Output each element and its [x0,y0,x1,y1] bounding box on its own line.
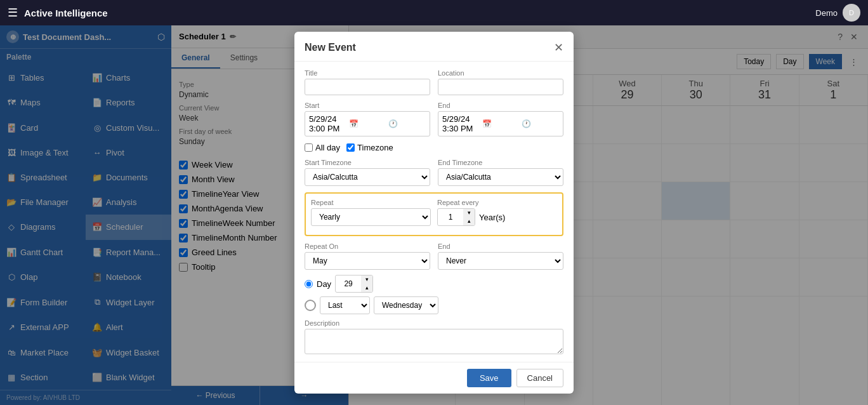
allday-timezone-row: All day Timezone [305,143,563,152]
modal-overlay: New Event ✕ Title Location Start [0,25,868,405]
repeat-group: Repeat Never Daily Weekly Monthly Yearly [311,199,431,226]
start-datetime[interactable]: 5/29/24 3:00 PM 📅 🕐 [305,111,430,136]
location-label: Location [438,69,563,77]
avatar: D [843,4,860,22]
repeat-every-label: Repeat every [437,199,557,206]
start-label: Start [305,102,430,109]
day-input-field[interactable] [336,276,361,291]
start-group: Start 5/29/24 3:00 PM 📅 🕐 [305,102,430,136]
modal-body: Title Location Start 5/29/24 3:00 PM 📅 🕐 [294,62,574,362]
cancel-button[interactable]: Cancel [516,369,563,387]
occurrence-day-select[interactable]: SundayMondayTuesday WednesdayThursdayFri… [374,296,438,314]
modal-title: New Event [305,42,356,53]
end-group2: End Never After On date [438,242,563,270]
start-tz-select[interactable]: Asia/Calcutta [305,168,430,186]
title-location-row: Title Location [305,69,563,95]
repeat-on-group: Repeat On JanuaryFebruaryMarchApril MayJ… [305,242,430,270]
repeat-select[interactable]: Never Daily Weekly Monthly Yearly [311,208,431,226]
title-label: Title [305,69,430,77]
day-spinner-down[interactable]: ▾ [361,276,372,284]
user-name: Demo [815,8,838,18]
modal-close-button[interactable]: ✕ [554,41,563,55]
day-input-group: ▾ ▴ [335,275,373,293]
repeat-on-month-select[interactable]: JanuaryFebruaryMarchApril MayJuneJulyAug… [305,252,430,270]
year-s-label: Year(s) [479,213,505,222]
timezone-checkbox[interactable] [346,143,355,152]
start-value: 5/29/24 3:00 PM [309,114,346,133]
location-group: Location [438,69,563,95]
repeat-row: Repeat Never Daily Weekly Monthly Yearly… [311,199,557,226]
allday-text: All day [315,143,340,152]
end-tz-label: End Timezone [438,159,563,166]
save-button[interactable]: Save [467,369,511,387]
end-clock-icon[interactable]: 🕐 [522,119,559,128]
description-label: Description [305,319,563,327]
end-select[interactable]: Never After On date [438,252,563,270]
start-end-row: Start 5/29/24 3:00 PM 📅 🕐 End 5/29/24 3:… [305,102,563,136]
end-value: 5/29/24 3:30 PM [442,114,480,133]
timezone-text: Timezone [357,143,393,152]
day-spinner-up[interactable]: ▴ [361,284,372,292]
day-radio-row: Day ▾ ▴ [305,275,563,293]
allday-label[interactable]: All day [305,143,340,152]
tz-row: Start Timezone Asia/Calcutta End Timezon… [305,159,563,186]
timezone-label[interactable]: Timezone [346,143,393,152]
number-input: ▾ ▴ [437,208,475,226]
occurrence-select-group: FirstSecondThirdFourth Last SundayMonday… [320,296,438,314]
end-calendar-icon[interactable]: 📅 [482,119,520,128]
hamburger-icon[interactable]: ☰ [8,6,18,20]
occurrence-position-select[interactable]: FirstSecondThirdFourth Last [320,296,370,314]
title-group: Title [305,69,430,95]
spinner-up[interactable]: ▴ [463,217,475,225]
occurrence-radio-row: FirstSecondThirdFourth Last SundayMonday… [305,296,563,314]
end-label: End [438,102,563,109]
repeat-label: Repeat [311,199,431,206]
end-label2: End [438,242,563,250]
repeat-every-group: Repeat every ▾ ▴ Year(s) [437,199,557,226]
repeat-on-label: Repeat On [305,242,430,250]
start-tz-group: Start Timezone Asia/Calcutta [305,159,430,186]
end-group: End 5/29/24 3:30 PM 📅 🕐 [438,102,563,136]
modal-footer: Save Cancel [294,362,574,394]
app-header: ☰ Active Intelligence Demo D [0,0,868,25]
modal-header: New Event ✕ [294,32,574,62]
description-input[interactable] [305,329,563,354]
day-spinners: ▾ ▴ [361,276,372,292]
description-group: Description [305,319,563,354]
end-datetime[interactable]: 5/29/24 3:30 PM 📅 🕐 [438,111,563,136]
spinner-down[interactable]: ▾ [463,209,475,217]
repeat-every-field[interactable] [438,209,463,225]
repeat-on-end-row: Repeat On JanuaryFebruaryMarchApril MayJ… [305,242,563,270]
new-event-modal: New Event ✕ Title Location Start [294,32,574,394]
app-title: Active Intelligence [24,8,108,18]
day-radio[interactable] [305,280,313,288]
start-calendar-icon[interactable]: 📅 [349,119,386,128]
repeat-every-input-group: ▾ ▴ Year(s) [437,208,557,226]
title-input[interactable] [305,79,430,95]
start-tz-label: Start Timezone [305,159,430,166]
end-tz-select[interactable]: Asia/Calcutta [438,168,563,186]
occurrence-radio-indicator [305,300,316,311]
allday-checkbox[interactable] [305,143,313,152]
day-radio-label: Day [317,279,331,289]
end-tz-group: End Timezone Asia/Calcutta [438,159,563,186]
spinners: ▾ ▴ [463,209,475,225]
location-input[interactable] [438,79,563,95]
repeat-section: Repeat Never Daily Weekly Monthly Yearly… [305,192,563,236]
start-clock-icon[interactable]: 🕐 [388,119,426,128]
